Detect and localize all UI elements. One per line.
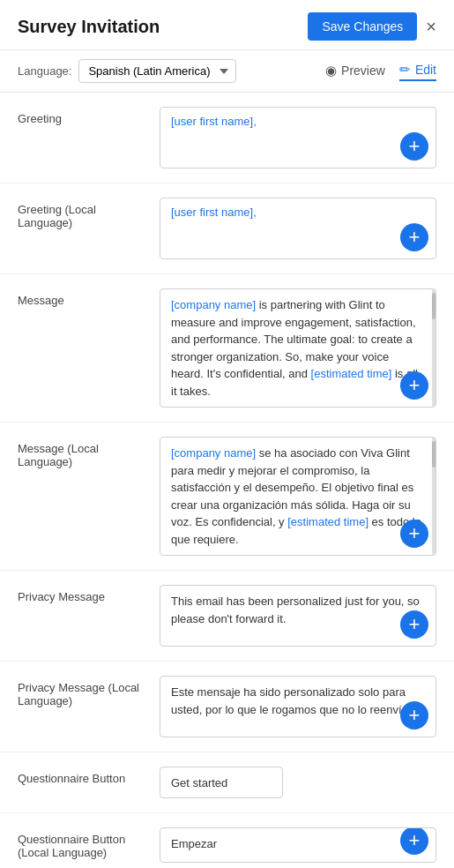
greeting-local-token: [user first name], [171, 206, 257, 219]
privacy-message-local-row: Privacy Message (Local Language) Este me… [0, 662, 454, 752]
message-row: Message [company name] is partnering wit… [0, 274, 454, 423]
greeting-row: Greeting [user first name], + [0, 93, 454, 183]
greeting-plus-button[interactable]: + [400, 132, 428, 161]
greeting-local-input-wrap: [user first name], + [160, 198, 436, 259]
message-token1: [company name] [171, 298, 256, 311]
privacy-message-local-plus-button[interactable]: + [400, 701, 428, 730]
questionnaire-button-row: Questionnaire Button [0, 752, 454, 813]
message-input-wrap: [company name] is partnering with Glint … [160, 288, 436, 408]
message-local-plus-button[interactable]: + [400, 520, 428, 548]
edit-tab-label: Edit [415, 63, 436, 77]
message-box[interactable]: [company name] is partnering with Glint … [160, 288, 436, 408]
view-tabs: ◉ Preview ✏ Edit [325, 62, 436, 81]
message-local-box[interactable]: [company name] se ha asociado con Viva G… [160, 437, 436, 556]
questionnaire-button-local-box[interactable]: Empezar + [160, 827, 436, 863]
questionnaire-button-local-row: Questionnaire Button (Local Language) Em… [0, 813, 454, 868]
toolbar: Language: Spanish (Latin America) Englis… [0, 50, 454, 93]
preview-tab-label: Preview [341, 64, 385, 78]
privacy-message-local-label: Privacy Message (Local Language) [18, 676, 145, 707]
questionnaire-button-local-text: Empezar [171, 837, 217, 850]
greeting-local-plus-button[interactable]: + [400, 223, 428, 251]
message-local-input-wrap: [company name] se ha asociado con Viva G… [160, 437, 436, 556]
greeting-label: Greeting [18, 107, 145, 125]
message-local-row: Message (Local Language) [company name] … [0, 423, 454, 571]
questionnaire-button-local-input-wrap: Empezar + [160, 827, 436, 863]
preview-icon: ◉ [325, 63, 337, 79]
questionnaire-button-input[interactable] [160, 767, 283, 798]
app-container: Survey Invitation Save Changes × Languag… [0, 0, 454, 868]
privacy-message-local-input-wrap: Este mensaje ha sido personalizado solo … [160, 676, 436, 737]
tab-edit[interactable]: ✏ Edit [399, 62, 436, 81]
header: Survey Invitation Save Changes × [0, 0, 454, 50]
privacy-message-row: Privacy Message This email has been pers… [0, 571, 454, 662]
tab-preview[interactable]: ◉ Preview [325, 63, 385, 80]
language-label: Language: [18, 64, 71, 78]
questionnaire-button-local-plus-button[interactable]: + [400, 827, 428, 855]
message-label: Message [18, 288, 145, 307]
message-local-text: [company name] se ha asociado con Viva G… [171, 446, 421, 546]
form-body: Greeting [user first name], + Greeting (… [0, 93, 454, 868]
questionnaire-button-label: Questionnaire Button [18, 767, 145, 785]
message-plus-button[interactable]: + [400, 371, 428, 400]
privacy-message-text: This email has been personalized just fo… [171, 595, 420, 625]
greeting-input-wrap: [user first name], + [160, 107, 436, 168]
questionnaire-button-input-wrap [160, 767, 436, 798]
privacy-message-local-box[interactable]: Este mensaje ha sido personalizado solo … [160, 676, 436, 737]
privacy-message-box[interactable]: This email has been personalized just fo… [160, 585, 436, 647]
message-token2: [estimated time] [311, 367, 392, 380]
privacy-message-local-text: Este mensaje ha sido personalizado solo … [171, 685, 411, 716]
privacy-message-plus-button[interactable]: + [400, 610, 428, 639]
message-local-label: Message (Local Language) [18, 437, 145, 468]
language-select[interactable]: Spanish (Latin America) English French G… [78, 59, 236, 83]
greeting-local-box[interactable]: [user first name], + [160, 198, 436, 259]
header-actions: Save Changes × [308, 12, 436, 41]
greeting-box[interactable]: [user first name], + [160, 107, 436, 168]
privacy-message-input-wrap: This email has been personalized just fo… [160, 585, 436, 647]
close-button[interactable]: × [426, 18, 436, 35]
privacy-message-label: Privacy Message [18, 585, 145, 603]
page-title: Survey Invitation [18, 17, 160, 37]
message-text: [company name] is partnering with Glint … [171, 298, 418, 398]
questionnaire-button-local-label: Questionnaire Button (Local Language) [18, 827, 145, 859]
message-local-token1: [company name] [171, 446, 256, 460]
language-section: Language: Spanish (Latin America) Englis… [18, 59, 236, 83]
greeting-token: [user first name], [171, 115, 257, 128]
save-button[interactable]: Save Changes [308, 12, 417, 41]
message-local-token2: [estimated time] [287, 515, 368, 528]
greeting-local-row: Greeting (Local Language) [user first na… [0, 183, 454, 274]
greeting-local-label: Greeting (Local Language) [18, 198, 145, 229]
edit-icon: ✏ [399, 62, 411, 78]
